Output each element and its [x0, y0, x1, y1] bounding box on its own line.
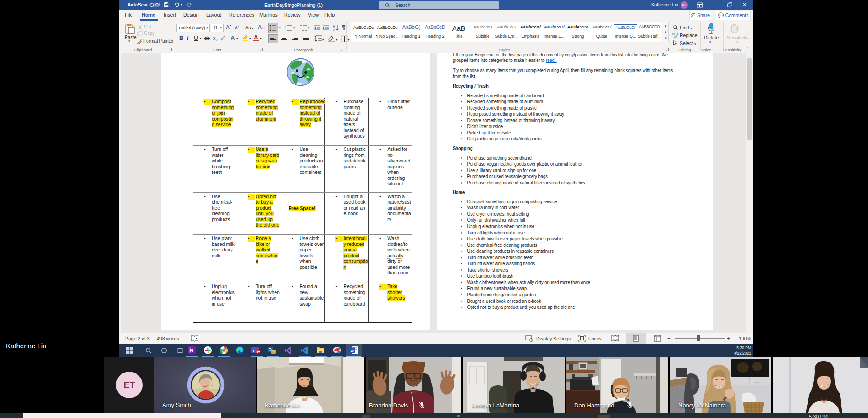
svg-text:9+: 9+ — [257, 350, 260, 353]
svg-text:N: N — [190, 348, 193, 353]
svg-text:T: T — [253, 349, 255, 353]
svg-text:O: O — [269, 347, 272, 352]
svg-text:2: 2 — [285, 27, 286, 30]
svg-text:A: A — [333, 25, 335, 28]
svg-text:W: W — [351, 349, 354, 353]
svg-text:Z: Z — [333, 28, 335, 32]
svg-text:ab: ab — [672, 33, 675, 35]
svg-text:ac: ac — [674, 35, 676, 38]
